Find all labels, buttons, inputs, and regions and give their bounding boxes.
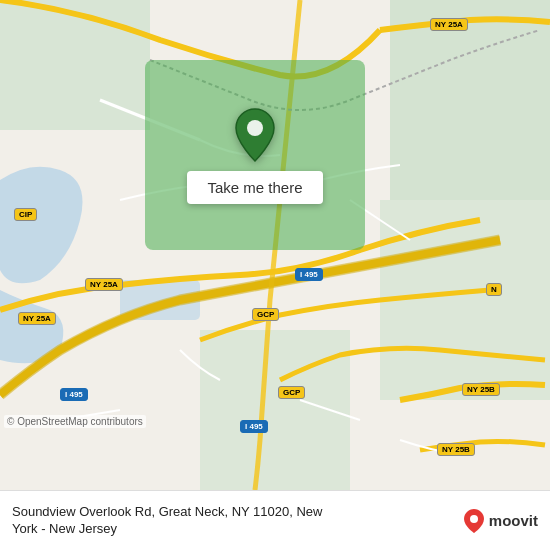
map-container: NY 25A NY 25A NY 25A I 495 I 495 I 495 G… <box>0 0 550 490</box>
address-line2: York - New Jersey <box>12 521 453 538</box>
shield-cip: CIP <box>14 208 37 221</box>
take-me-there-button[interactable]: Take me there <box>187 171 322 204</box>
shield-i495-bottom-left: I 495 <box>60 388 88 401</box>
svg-point-5 <box>247 120 263 136</box>
shield-n: N <box>486 283 502 296</box>
shield-i495-mid: I 495 <box>295 268 323 281</box>
address-section: Soundview Overlook Rd, Great Neck, NY 11… <box>12 504 453 538</box>
osm-credit: © OpenStreetMap contributors <box>4 415 146 428</box>
svg-rect-1 <box>390 0 550 200</box>
svg-point-6 <box>470 515 478 523</box>
shield-ny25a-top-right: NY 25A <box>430 18 468 31</box>
location-marker-overlay: Take me there <box>145 60 365 250</box>
shield-gcp-mid: GCP <box>252 308 279 321</box>
moovit-logo: moovit <box>463 508 538 534</box>
bottom-bar: Soundview Overlook Rd, Great Neck, NY 11… <box>0 490 550 550</box>
moovit-brand-text: moovit <box>489 512 538 529</box>
address-line1: Soundview Overlook Rd, Great Neck, NY 11… <box>12 504 453 521</box>
shield-gcp-bottom: GCP <box>278 386 305 399</box>
shield-ny25a-mid-left: NY 25A <box>85 278 123 291</box>
map-pin <box>231 107 279 163</box>
shield-i495-bottom-mid: I 495 <box>240 420 268 433</box>
shield-ny25b-right: NY 25B <box>462 383 500 396</box>
shield-ny25a-left: NY 25A <box>18 312 56 325</box>
moovit-pin-icon <box>463 508 485 534</box>
shield-ny25b-bottom: NY 25B <box>437 443 475 456</box>
